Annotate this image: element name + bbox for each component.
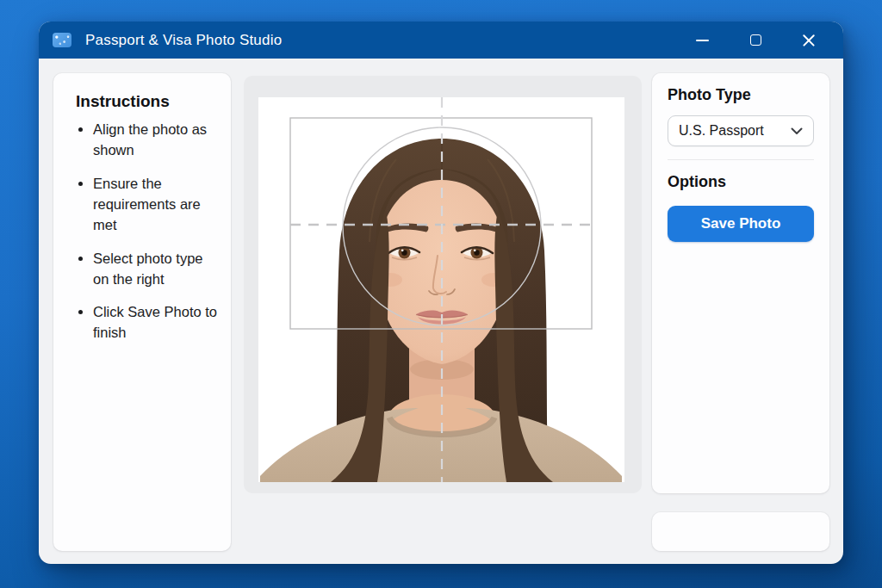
close-icon bbox=[802, 34, 816, 47]
desktop-background: Passport & Visa Photo Studio Instruction… bbox=[0, 0, 882, 588]
instructions-heading: Instructions bbox=[76, 92, 219, 111]
instruction-item: Align the photo as shown bbox=[93, 120, 220, 161]
photo-canvas bbox=[244, 76, 642, 493]
titlebar: Passport & Visa Photo Studio bbox=[39, 22, 843, 59]
instruction-item: Ensure the requirements are met bbox=[93, 174, 220, 236]
window-title: Passport & Visa Photo Studio bbox=[85, 32, 282, 49]
photo-type-heading: Photo Type bbox=[668, 86, 814, 104]
options-heading: Options bbox=[668, 173, 814, 191]
minimize-button[interactable] bbox=[686, 28, 717, 53]
instruction-item: Select photo type on the right bbox=[93, 249, 220, 290]
photo-type-select[interactable]: U.S. Passport bbox=[668, 115, 814, 146]
app-window: Passport & Visa Photo Studio Instruction… bbox=[39, 22, 843, 564]
instructions-panel: Instructions Align the photo as shown En… bbox=[53, 73, 231, 551]
photo-type-value: U.S. Passport bbox=[679, 123, 764, 139]
status-box bbox=[652, 512, 829, 551]
close-button[interactable] bbox=[793, 28, 824, 53]
section-divider bbox=[668, 159, 814, 160]
app-photo-icon bbox=[53, 33, 71, 47]
chevron-down-icon bbox=[791, 127, 803, 135]
maximize-icon bbox=[750, 34, 761, 46]
instruction-item: Click Save Photo to finish bbox=[93, 302, 220, 344]
options-panel: Photo Type U.S. Passport Options Save Ph… bbox=[652, 73, 829, 493]
woman-portrait bbox=[258, 97, 624, 482]
maximize-button[interactable] bbox=[740, 28, 771, 53]
instructions-list: Align the photo as shown Ensure the requ… bbox=[53, 120, 231, 344]
save-photo-button[interactable]: Save Photo bbox=[668, 206, 814, 242]
minimize-icon bbox=[696, 40, 709, 41]
window-controls bbox=[686, 28, 843, 53]
photo-preview[interactable] bbox=[258, 97, 624, 482]
